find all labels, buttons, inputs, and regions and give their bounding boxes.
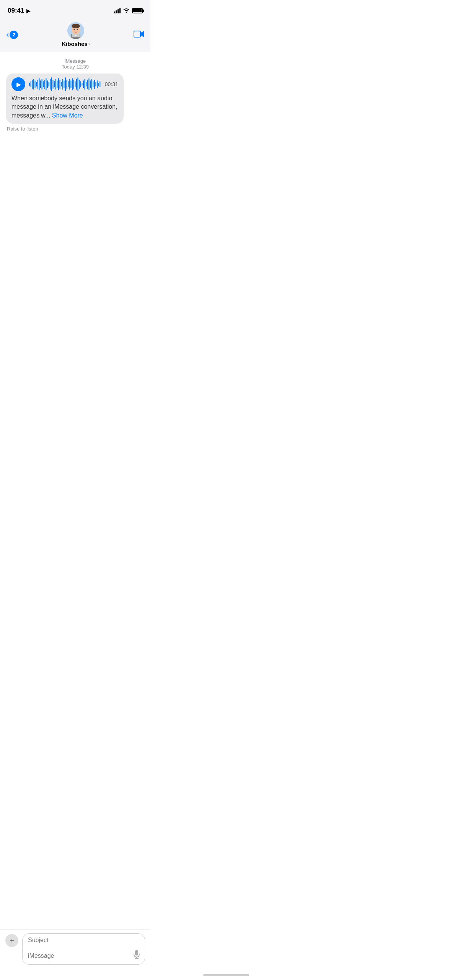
svg-rect-58 [94,80,95,89]
nav-bar: ‹ 2 [0,19,150,52]
svg-rect-25 [49,82,49,87]
svg-rect-55 [90,80,91,88]
svg-rect-23 [46,78,46,90]
svg-rect-60 [97,80,98,88]
svg-rect-9 [134,31,140,37]
svg-rect-14 [33,79,34,90]
back-chevron-icon: ‹ [6,31,9,39]
svg-rect-47 [79,80,80,89]
svg-rect-28 [52,80,53,89]
svg-marker-10 [140,31,144,37]
wifi-icon [123,8,130,14]
svg-rect-26 [50,79,51,90]
svg-rect-43 [73,80,74,89]
svg-rect-54 [88,78,89,90]
svg-rect-49 [82,83,82,86]
svg-rect-40 [69,79,70,90]
svg-point-3 [74,29,75,30]
svg-rect-57 [93,81,93,87]
svg-rect-12 [31,81,31,87]
svg-rect-17 [38,80,38,89]
status-bar: 09:41 ▶ [0,0,150,19]
video-call-button[interactable] [134,29,144,40]
back-button[interactable]: ‹ 2 [6,31,18,39]
svg-point-7 [75,35,77,36]
svg-rect-22 [44,80,45,89]
svg-rect-24 [47,80,48,88]
signal-bars-icon [114,8,121,13]
show-more-button[interactable]: Show More [52,112,83,119]
svg-rect-36 [64,80,64,88]
time-display: 09:41 [8,7,24,15]
raise-to-listen-label: Raise to listen [7,126,144,132]
svg-rect-52 [86,82,86,87]
svg-rect-18 [39,78,39,90]
location-icon: ▶ [26,8,30,14]
svg-rect-53 [87,80,88,89]
avatar [67,22,84,39]
audio-waveform [29,77,101,91]
svg-rect-61 [98,83,99,86]
svg-rect-32 [58,78,59,90]
svg-rect-39 [68,81,69,87]
svg-rect-35 [62,79,63,90]
svg-rect-13 [32,80,33,89]
svg-rect-29 [54,81,55,87]
svg-rect-20 [42,79,42,90]
svg-rect-38 [67,80,67,89]
svg-rect-56 [91,79,92,90]
play-icon: ▶ [16,81,21,88]
contact-chevron-icon: › [88,41,90,47]
svg-rect-8 [70,38,81,39]
audio-duration: 00:31 [105,81,118,87]
message-area: iMessage Today 12:39 ▶ [0,58,150,132]
svg-rect-27 [51,77,52,91]
svg-rect-16 [36,82,37,87]
audio-message: ▶ [11,77,118,91]
play-button[interactable]: ▶ [11,77,25,91]
svg-rect-21 [43,81,44,87]
message-text: When somebody sends you an audio message… [11,94,118,120]
svg-rect-19 [40,80,41,88]
svg-rect-42 [72,78,73,90]
status-time: 09:41 ▶ [8,7,30,15]
svg-rect-37 [65,77,66,91]
svg-rect-59 [95,82,96,87]
svg-rect-48 [80,81,81,87]
svg-rect-30 [55,79,56,90]
contact-name: Kiboshes › [62,41,90,47]
svg-rect-11 [29,83,30,86]
svg-point-4 [77,29,78,30]
timestamp-label: iMessage Today 12:39 [6,58,144,70]
svg-rect-62 [100,81,100,87]
svg-rect-50 [83,80,84,88]
svg-rect-33 [59,80,60,89]
message-bubble: ▶ [6,74,124,124]
back-badge[interactable]: 2 [10,31,18,39]
svg-point-2 [72,24,80,28]
svg-rect-46 [77,77,78,91]
message-bubble-container: ▶ [6,74,144,124]
svg-rect-51 [84,79,85,90]
svg-rect-45 [76,79,77,90]
svg-rect-44 [75,81,75,87]
svg-rect-31 [57,80,57,88]
contact-header[interactable]: Kiboshes › [62,22,90,47]
status-icons [114,8,143,14]
svg-rect-34 [61,82,62,87]
svg-rect-15 [34,80,35,88]
battery-icon [132,8,143,13]
svg-rect-41 [70,80,71,88]
